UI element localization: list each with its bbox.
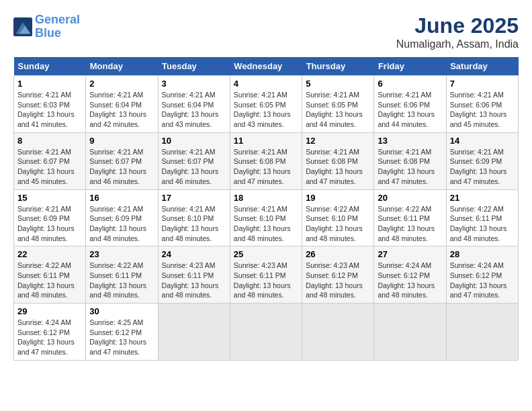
- calendar-cell: 21Sunrise: 4:22 AM Sunset: 6:11 PM Dayli…: [446, 189, 518, 246]
- day-info: Sunrise: 4:21 AM Sunset: 6:08 PM Dayligh…: [378, 147, 442, 187]
- day-info: Sunrise: 4:21 AM Sunset: 6:08 PM Dayligh…: [306, 147, 370, 187]
- calendar-cell: 23Sunrise: 4:22 AM Sunset: 6:11 PM Dayli…: [86, 246, 158, 304]
- calendar-cell: 19Sunrise: 4:22 AM Sunset: 6:10 PM Dayli…: [302, 189, 374, 246]
- calendar-cell: 20Sunrise: 4:22 AM Sunset: 6:11 PM Dayli…: [374, 189, 446, 246]
- calendar-cell: 30Sunrise: 4:25 AM Sunset: 6:12 PM Dayli…: [86, 304, 158, 361]
- day-number: 17: [162, 193, 226, 203]
- day-info: Sunrise: 4:21 AM Sunset: 6:10 PM Dayligh…: [162, 204, 226, 244]
- day-number: 18: [234, 193, 298, 203]
- logo-icon: [13, 17, 32, 36]
- logo-text: General Blue: [35, 13, 80, 40]
- day-info: Sunrise: 4:21 AM Sunset: 6:04 PM Dayligh…: [162, 90, 226, 130]
- day-number: 24: [162, 249, 226, 259]
- day-info: Sunrise: 4:21 AM Sunset: 6:09 PM Dayligh…: [89, 204, 154, 244]
- calendar-cell: [302, 304, 374, 361]
- day-number: 11: [234, 136, 298, 146]
- calendar-cell: 3Sunrise: 4:21 AM Sunset: 6:04 PM Daylig…: [158, 76, 230, 133]
- column-header-wednesday: Wednesday: [230, 57, 302, 76]
- day-info: Sunrise: 4:23 AM Sunset: 6:12 PM Dayligh…: [306, 261, 370, 300]
- calendar-cell: 2Sunrise: 4:21 AM Sunset: 6:04 PM Daylig…: [86, 76, 158, 133]
- day-number: 1: [17, 79, 82, 89]
- day-number: 27: [378, 249, 442, 259]
- day-info: Sunrise: 4:21 AM Sunset: 6:09 PM Dayligh…: [17, 204, 82, 244]
- day-number: 19: [306, 193, 370, 203]
- calendar-cell: 6Sunrise: 4:21 AM Sunset: 6:06 PM Daylig…: [374, 76, 446, 133]
- week-row-3: 15Sunrise: 4:21 AM Sunset: 6:09 PM Dayli…: [14, 189, 519, 246]
- day-number: 23: [89, 249, 154, 259]
- calendar-cell: 11Sunrise: 4:21 AM Sunset: 6:08 PM Dayli…: [230, 132, 302, 189]
- day-number: 15: [17, 193, 82, 203]
- day-info: Sunrise: 4:22 AM Sunset: 6:11 PM Dayligh…: [378, 204, 442, 244]
- subtitle: Numaligarh, Assam, India: [396, 38, 519, 50]
- day-info: Sunrise: 4:23 AM Sunset: 6:11 PM Dayligh…: [234, 261, 298, 300]
- calendar-cell: 27Sunrise: 4:24 AM Sunset: 6:12 PM Dayli…: [374, 246, 446, 304]
- day-info: Sunrise: 4:22 AM Sunset: 6:10 PM Dayligh…: [306, 204, 370, 244]
- week-row-4: 22Sunrise: 4:22 AM Sunset: 6:11 PM Dayli…: [14, 246, 519, 304]
- logo: General Blue: [13, 13, 80, 40]
- day-info: Sunrise: 4:24 AM Sunset: 6:12 PM Dayligh…: [378, 261, 442, 300]
- day-number: 5: [306, 79, 370, 89]
- calendar-cell: [230, 304, 302, 361]
- calendar-cell: 9Sunrise: 4:21 AM Sunset: 6:07 PM Daylig…: [86, 132, 158, 189]
- day-number: 6: [378, 79, 442, 89]
- day-number: 10: [162, 136, 226, 146]
- column-header-thursday: Thursday: [302, 57, 374, 76]
- day-number: 25: [234, 249, 298, 259]
- calendar-cell: 17Sunrise: 4:21 AM Sunset: 6:10 PM Dayli…: [158, 189, 230, 246]
- header: General Blue June 2025 Numaligarh, Assam…: [13, 13, 519, 50]
- day-number: 22: [17, 249, 82, 259]
- day-number: 3: [162, 79, 226, 89]
- column-header-friday: Friday: [374, 57, 446, 76]
- column-header-monday: Monday: [86, 57, 158, 76]
- calendar-cell: [446, 304, 518, 361]
- day-info: Sunrise: 4:24 AM Sunset: 6:12 PM Dayligh…: [450, 261, 515, 300]
- day-number: 12: [306, 136, 370, 146]
- calendar-cell: 4Sunrise: 4:21 AM Sunset: 6:05 PM Daylig…: [230, 76, 302, 133]
- day-info: Sunrise: 4:21 AM Sunset: 6:07 PM Dayligh…: [17, 147, 82, 187]
- calendar-cell: 1Sunrise: 4:21 AM Sunset: 6:03 PM Daylig…: [14, 76, 86, 133]
- calendar-cell: 29Sunrise: 4:24 AM Sunset: 6:12 PM Dayli…: [14, 304, 86, 361]
- main-title: June 2025: [396, 13, 519, 38]
- logo-blue: Blue: [35, 26, 61, 40]
- title-area: June 2025 Numaligarh, Assam, India: [396, 13, 519, 50]
- day-info: Sunrise: 4:23 AM Sunset: 6:11 PM Dayligh…: [162, 261, 226, 300]
- column-headers: SundayMondayTuesdayWednesdayThursdayFrid…: [14, 57, 519, 76]
- day-info: Sunrise: 4:21 AM Sunset: 6:09 PM Dayligh…: [450, 147, 515, 187]
- calendar-cell: 18Sunrise: 4:21 AM Sunset: 6:10 PM Dayli…: [230, 189, 302, 246]
- calendar-cell: 5Sunrise: 4:21 AM Sunset: 6:05 PM Daylig…: [302, 76, 374, 133]
- day-info: Sunrise: 4:21 AM Sunset: 6:06 PM Dayligh…: [378, 90, 442, 130]
- week-row-1: 1Sunrise: 4:21 AM Sunset: 6:03 PM Daylig…: [14, 76, 519, 133]
- day-number: 28: [450, 249, 515, 259]
- week-row-2: 8Sunrise: 4:21 AM Sunset: 6:07 PM Daylig…: [14, 132, 519, 189]
- week-row-5: 29Sunrise: 4:24 AM Sunset: 6:12 PM Dayli…: [14, 304, 519, 361]
- day-info: Sunrise: 4:21 AM Sunset: 6:10 PM Dayligh…: [234, 204, 298, 244]
- calendar-cell: 28Sunrise: 4:24 AM Sunset: 6:12 PM Dayli…: [446, 246, 518, 304]
- calendar-cell: 15Sunrise: 4:21 AM Sunset: 6:09 PM Dayli…: [14, 189, 86, 246]
- day-number: 7: [450, 79, 515, 89]
- day-info: Sunrise: 4:21 AM Sunset: 6:03 PM Dayligh…: [17, 90, 82, 130]
- day-info: Sunrise: 4:24 AM Sunset: 6:12 PM Dayligh…: [17, 318, 82, 357]
- day-info: Sunrise: 4:22 AM Sunset: 6:11 PM Dayligh…: [450, 204, 515, 244]
- calendar-cell: 10Sunrise: 4:21 AM Sunset: 6:07 PM Dayli…: [158, 132, 230, 189]
- logo-general: General: [35, 13, 80, 26]
- day-number: 16: [89, 193, 154, 203]
- column-header-sunday: Sunday: [14, 57, 86, 76]
- calendar-cell: 13Sunrise: 4:21 AM Sunset: 6:08 PM Dayli…: [374, 132, 446, 189]
- day-info: Sunrise: 4:21 AM Sunset: 6:07 PM Dayligh…: [162, 147, 226, 187]
- day-number: 4: [234, 79, 298, 89]
- day-number: 9: [89, 136, 154, 146]
- calendar-cell: 16Sunrise: 4:21 AM Sunset: 6:09 PM Dayli…: [86, 189, 158, 246]
- day-info: Sunrise: 4:21 AM Sunset: 6:05 PM Dayligh…: [306, 90, 370, 130]
- day-info: Sunrise: 4:21 AM Sunset: 6:08 PM Dayligh…: [234, 147, 298, 187]
- day-info: Sunrise: 4:21 AM Sunset: 6:04 PM Dayligh…: [89, 90, 154, 130]
- day-number: 30: [89, 306, 154, 316]
- calendar-cell: 14Sunrise: 4:21 AM Sunset: 6:09 PM Dayli…: [446, 132, 518, 189]
- day-info: Sunrise: 4:21 AM Sunset: 6:05 PM Dayligh…: [234, 90, 298, 130]
- day-number: 2: [89, 79, 154, 89]
- day-info: Sunrise: 4:21 AM Sunset: 6:06 PM Dayligh…: [450, 90, 515, 130]
- calendar-cell: 7Sunrise: 4:21 AM Sunset: 6:06 PM Daylig…: [446, 76, 518, 133]
- day-info: Sunrise: 4:22 AM Sunset: 6:11 PM Dayligh…: [89, 261, 154, 300]
- day-info: Sunrise: 4:22 AM Sunset: 6:11 PM Dayligh…: [17, 261, 82, 300]
- calendar-cell: 8Sunrise: 4:21 AM Sunset: 6:07 PM Daylig…: [14, 132, 86, 189]
- day-number: 13: [378, 136, 442, 146]
